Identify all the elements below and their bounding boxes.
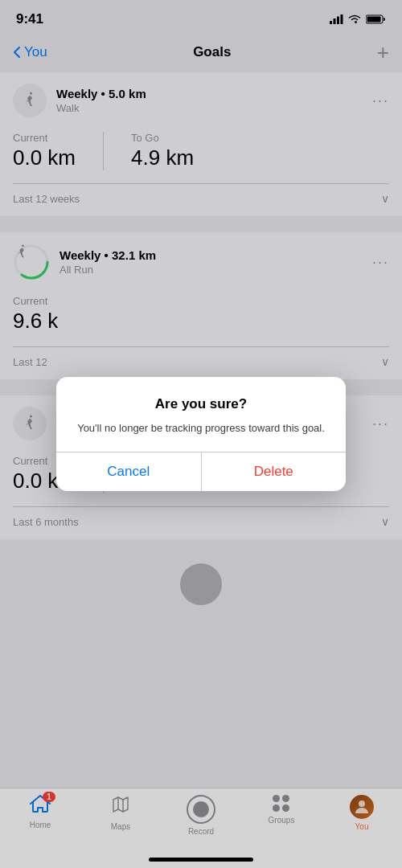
dialog-message: You'll no longer be tracking progress to… <box>72 420 330 436</box>
dialog-body: Are you sure? You'll no longer be tracki… <box>56 377 346 452</box>
delete-button[interactable]: Delete <box>202 452 347 491</box>
cancel-button[interactable]: Cancel <box>56 452 202 491</box>
dialog-buttons: Cancel Delete <box>56 452 346 491</box>
confirm-dialog: Are you sure? You'll no longer be tracki… <box>56 377 346 492</box>
dialog-overlay: Are you sure? You'll no longer be tracki… <box>0 0 402 868</box>
dialog-title: Are you sure? <box>72 396 330 412</box>
